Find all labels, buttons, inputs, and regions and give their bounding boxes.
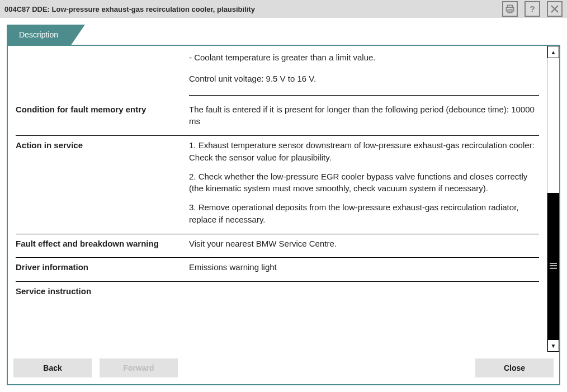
scroll-track[interactable] (547, 58, 559, 339)
chevron-up-icon: ▲ (551, 49, 556, 55)
intro-block: - Coolant temperature is greater than a … (189, 51, 539, 96)
condition-value: The fault is entered if it is present fo… (189, 103, 539, 128)
content-row: - Coolant temperature is greater than a … (8, 46, 559, 352)
driver-value: Emissions warning light (189, 261, 539, 273)
tab-description[interactable]: Description (7, 25, 70, 45)
content-scroll: - Coolant temperature is greater than a … (8, 46, 547, 352)
row-effect: Fault effect and breakdown warning Visit… (16, 234, 539, 258)
titlebar-buttons: ? (502, 1, 563, 17)
forward-label: Forward (123, 363, 154, 372)
intro-line-2: Control unit voltage: 9.5 V to 16 V. (189, 73, 539, 85)
help-button[interactable]: ? (525, 1, 540, 17)
app-window: 004C87 DDE: Low-pressure exhaust-gas rec… (0, 0, 567, 392)
scroll-up-button[interactable]: ▲ (547, 46, 559, 58)
row-action: Action in service 1. Exhaust temperature… (16, 136, 539, 234)
help-icon: ? (527, 4, 537, 14)
footer: Back Forward Close (8, 352, 559, 384)
back-button[interactable]: Back (13, 358, 92, 377)
action-value: 1. Exhaust temperature sensor downstream… (189, 139, 539, 226)
print-button[interactable] (502, 1, 518, 17)
service-value (189, 285, 539, 297)
svg-rect-1 (506, 7, 514, 11)
service-label: Service instruction (16, 285, 189, 297)
back-label: Back (43, 363, 62, 372)
svg-point-3 (512, 8, 513, 10)
titlebar: 004C87 DDE: Low-pressure exhaust-gas rec… (0, 0, 567, 18)
intro-line-1: - Coolant temperature is greater than a … (189, 51, 539, 64)
workarea: Description - Coolant temperature is gre… (0, 18, 567, 392)
close-label: Close (504, 363, 525, 372)
scroll-down-button[interactable]: ▼ (547, 339, 559, 352)
condition-text: The fault is entered if it is present fo… (189, 103, 539, 128)
action-step-3: 3. Remove operational deposits from the … (189, 201, 539, 226)
close-icon (550, 4, 560, 14)
tab-row: Description (7, 25, 560, 45)
vertical-scrollbar[interactable]: ▲ ▼ (547, 46, 559, 352)
condition-label: Condition for fault memory entry (16, 103, 189, 128)
action-step-2: 2. Check whether the low-pressure EGR co… (189, 171, 539, 195)
tab-label: Description (19, 30, 58, 39)
driver-label: Driver information (16, 261, 189, 273)
row-condition: Condition for fault memory entry The fau… (16, 100, 539, 136)
content-panel: - Coolant temperature is greater than a … (7, 45, 560, 385)
effect-value: Visit your nearest BMW Service Centre. (189, 238, 539, 250)
row-service: Service instruction (16, 282, 539, 305)
forward-button: Forward (100, 358, 178, 377)
driver-text: Emissions warning light (189, 261, 539, 273)
scroll-thumb[interactable] (547, 193, 559, 339)
chevron-down-icon: ▼ (551, 343, 556, 349)
print-icon (505, 4, 515, 14)
svg-text:?: ? (530, 4, 535, 13)
effect-text: Visit your nearest BMW Service Centre. (189, 238, 539, 250)
window-title: 004C87 DDE: Low-pressure exhaust-gas rec… (4, 5, 498, 13)
action-label: Action in service (16, 139, 189, 226)
close-window-button[interactable] (547, 1, 563, 17)
row-driver: Driver information Emissions warning lig… (16, 258, 539, 282)
action-step-1: 1. Exhaust temperature sensor downstream… (189, 139, 539, 164)
close-button[interactable]: Close (475, 358, 554, 377)
scroll-thumb-grip-icon (550, 263, 557, 269)
effect-label: Fault effect and breakdown warning (16, 238, 189, 250)
